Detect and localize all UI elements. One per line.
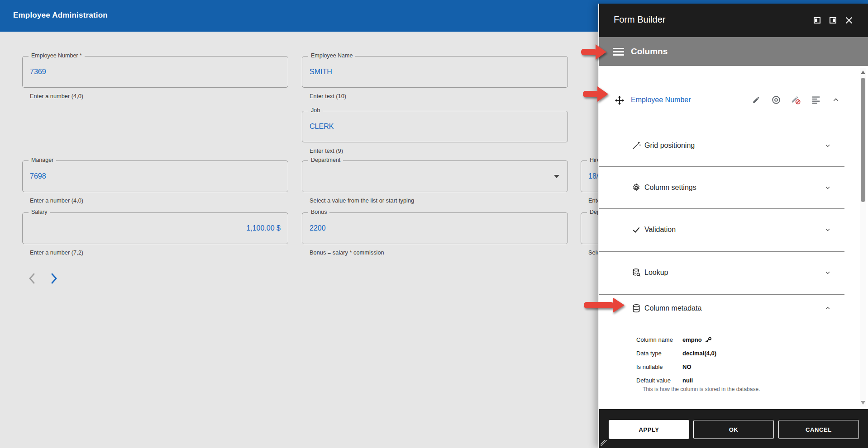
form-builder-panel: Form Builder Columns — [598, 4, 868, 448]
database-search-icon — [632, 268, 641, 277]
column-item-label: Employee Number — [631, 96, 691, 104]
primary-key-icon — [704, 335, 713, 344]
form-builder-title: Form Builder — [614, 14, 665, 25]
bonus-helper: Bonus = salary * commission — [310, 249, 384, 256]
accordion-label: Grid positioning — [644, 141, 695, 150]
department-field[interactable]: Department Select a value from the list … — [302, 160, 568, 192]
apply-button[interactable]: APPLY — [609, 420, 689, 439]
salary-value: 1,100.00 $ — [246, 224, 281, 232]
metadata-note: This is how the column is stored in the … — [643, 386, 760, 392]
employee-name-helper: Enter text (10) — [310, 93, 346, 99]
edit-pencil-icon[interactable] — [751, 95, 761, 105]
chevron-down-icon — [825, 184, 831, 191]
job-label: Job — [308, 107, 323, 113]
job-helper: Enter text (9) — [310, 147, 343, 154]
chevron-down-icon — [825, 142, 831, 149]
meta-label: Column name — [636, 336, 676, 343]
hire-date-value: 18/ — [588, 172, 598, 180]
meta-row-is-nullable: Is nullable NO — [636, 363, 692, 371]
next-record-button[interactable] — [48, 271, 61, 286]
employee-number-value: 7369 — [30, 68, 46, 76]
annotation-arrow-column-metadata — [584, 297, 625, 314]
dock-right-icon[interactable] — [830, 17, 836, 24]
cancel-button[interactable]: CANCEL — [778, 420, 859, 439]
panel-scrollbar[interactable] — [860, 68, 866, 407]
edit-disabled-icon[interactable] — [791, 95, 801, 105]
meta-label: Is nullable — [636, 363, 676, 370]
form-builder-titlebar: Form Builder — [599, 4, 868, 37]
job-value: CLERK — [310, 123, 334, 131]
meta-value: null — [682, 377, 693, 384]
accordion-label: Lookup — [644, 269, 668, 277]
drag-move-icon[interactable] — [615, 95, 625, 105]
bonus-field[interactable]: Bonus 2200 Bonus = salary * commission — [302, 212, 568, 244]
chevron-down-icon — [825, 269, 831, 276]
gear-icon — [632, 183, 641, 192]
accordion-grid-positioning[interactable]: Grid positioning — [599, 124, 854, 166]
employee-name-value: SMITH — [310, 68, 332, 76]
record-pager — [25, 271, 61, 286]
panel-footer: APPLY OK CANCEL — [599, 409, 868, 448]
bonus-label: Bonus — [308, 209, 329, 215]
previous-record-button[interactable] — [25, 271, 38, 286]
check-icon — [632, 225, 641, 234]
column-item-employee-number[interactable]: Employee Number — [599, 88, 854, 113]
meta-label: Default value — [636, 377, 676, 384]
chevron-up-icon — [825, 305, 831, 311]
employee-administration-app: Employee Administration Employee Number … — [0, 0, 868, 448]
visibility-eye-icon[interactable] — [771, 95, 781, 105]
accordion-column-settings[interactable]: Column settings — [599, 166, 854, 208]
annotation-arrow-employee-number — [583, 85, 608, 103]
department-helper: Select a value from the list or start ty… — [310, 197, 414, 204]
collapse-column-chevron-icon[interactable] — [831, 95, 841, 105]
meta-row-column-name: Column name empno — [636, 335, 712, 344]
meta-value: decimal(4,0) — [682, 350, 716, 357]
manager-helper: Enter a number (4,0) — [30, 197, 83, 204]
employee-name-label: Employee Name — [308, 52, 355, 59]
wand-icon — [632, 141, 641, 150]
ok-button[interactable]: OK — [693, 420, 774, 439]
column-item-actions — [751, 95, 841, 105]
manager-label: Manager — [29, 157, 56, 163]
salary-field[interactable]: Salary 1,100.00 $ Enter a number (7,2) — [22, 212, 288, 244]
employee-number-helper: Enter a number (4,0) — [30, 93, 83, 99]
department-label: Department — [308, 157, 343, 163]
accordion-lookup[interactable]: Lookup — [599, 251, 854, 293]
salary-helper: Enter a number (7,2) — [30, 249, 83, 256]
meta-label: Data type — [636, 350, 676, 357]
accordion-validation[interactable]: Validation — [599, 208, 854, 250]
employee-number-label: Employee Number * — [29, 52, 85, 59]
manager-field[interactable]: Manager 7698 Enter a number (4,0) — [22, 160, 288, 192]
meta-value: NO — [682, 363, 692, 370]
scrollbar-thumb[interactable] — [861, 78, 865, 202]
chevron-down-icon — [825, 226, 831, 233]
employee-name-field[interactable]: Employee Name SMITH Enter text (10) — [302, 56, 568, 88]
menu-icon — [613, 48, 624, 56]
column-name-value: empno — [682, 336, 702, 343]
dock-left-icon[interactable] — [814, 17, 820, 24]
scroll-up-icon[interactable] — [861, 71, 865, 74]
manager-value: 7698 — [30, 172, 46, 180]
window-controls — [814, 17, 853, 24]
employee-number-field[interactable]: Employee Number * 7369 Enter a number (4… — [22, 56, 288, 88]
database-icon — [632, 304, 641, 313]
salary-label: Salary — [29, 209, 50, 215]
bonus-value: 2200 — [310, 224, 326, 232]
job-field[interactable]: Job CLERK Enter text (9) — [302, 111, 568, 142]
page-title: Employee Administration — [13, 11, 108, 20]
accordion-column-metadata[interactable]: Column metadata — [599, 294, 854, 322]
close-icon[interactable] — [845, 17, 853, 24]
accordion-label: Column settings — [644, 184, 696, 192]
meta-row-data-type: Data type decimal(4,0) — [636, 349, 716, 357]
meta-row-default-value: Default value null — [636, 376, 693, 384]
resize-grip-icon[interactable] — [601, 440, 607, 446]
meta-value: empno — [682, 336, 712, 344]
panel-scroll-area: Employee Number — [599, 66, 868, 409]
columns-bar-label: Columns — [631, 47, 668, 57]
accordion-label: Validation — [644, 226, 676, 234]
accordion-label: Column metadata — [644, 304, 701, 312]
columns-section-bar[interactable]: Columns — [599, 37, 868, 66]
align-lines-icon[interactable] — [811, 95, 821, 105]
dropdown-caret-icon[interactable] — [554, 175, 559, 178]
scroll-down-icon[interactable] — [861, 401, 865, 405]
